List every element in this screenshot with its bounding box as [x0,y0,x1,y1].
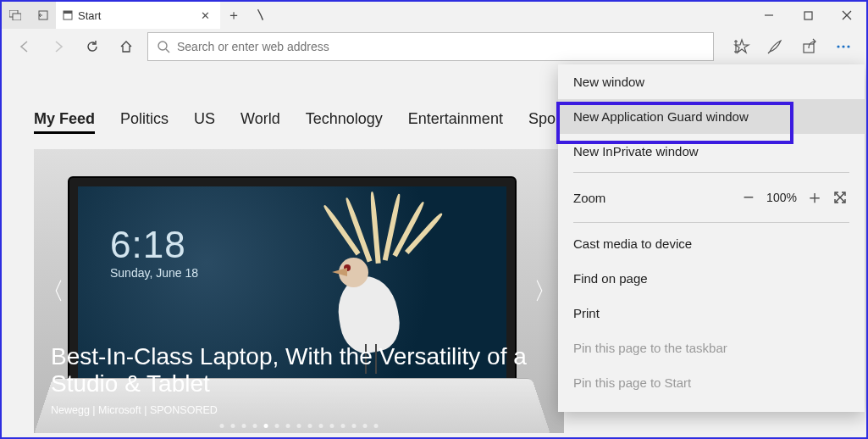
hero-dot[interactable] [264,424,268,428]
new-tab-button[interactable]: ＋ [220,2,247,29]
hero-dot[interactable] [275,424,279,428]
fullscreen-icon[interactable] [827,185,853,210]
hero-card[interactable]: 6:18 Sunday, June 18 〈 〉 Best-In-Class L… [34,149,564,433]
more-button[interactable] [831,34,856,59]
toolbar-right [729,34,856,59]
browser-tab-active[interactable]: Start ✕ [56,2,220,29]
svg-point-16 [837,45,839,47]
hero-pagination-dots[interactable] [220,424,379,428]
tab-favicon-icon [63,10,73,20]
search-icon [157,40,170,53]
svg-line-14 [768,52,770,53]
share-icon[interactable] [797,34,822,59]
window-minimize-button[interactable] [749,2,788,29]
hero-dot[interactable] [231,424,235,428]
svg-point-17 [842,45,844,47]
titlebar-left: Start ✕ ＋ 〵 [2,2,274,29]
hero-dot[interactable] [352,424,357,428]
hero-caption: Best-In-Class Laptop, With the Versatili… [51,343,547,416]
svg-rect-1 [13,14,21,20]
svg-rect-4 [64,11,72,14]
zoom-out-button[interactable]: − [736,185,761,210]
menu-cast[interactable]: Cast media to device [558,226,865,261]
svg-point-18 [847,45,849,47]
more-menu: New window New Application Guard window … [558,64,865,412]
hero-attribution: Newegg | Microsoft | SPONSORED [51,404,547,416]
hero-clock: 6:18 Sunday, June 18 [110,224,198,280]
hero-dot[interactable] [242,424,246,428]
window-close-button[interactable] [827,2,866,29]
hero-prev-icon[interactable]: 〈 [37,275,68,308]
home-button[interactable] [113,34,139,59]
feed-tab-world[interactable]: World [240,110,280,134]
hero-dot[interactable] [308,424,312,428]
titlebar-drag-region [274,2,749,29]
task-view-icon[interactable] [2,2,29,29]
menu-new-inprivate-window[interactable]: New InPrivate window [558,134,865,169]
menu-print[interactable]: Print [558,296,865,331]
hero-dot[interactable] [220,424,224,428]
hero-dot[interactable] [297,424,301,428]
tab-actions-icon[interactable]: 〵 [247,2,274,29]
menu-pin-taskbar: Pin this page to the taskbar [558,331,865,365]
address-input-container[interactable] [147,32,714,61]
svg-point-9 [158,42,167,50]
menu-separator [573,172,849,173]
feed-tab-politics[interactable]: Politics [120,110,169,134]
menu-pin-start: Pin this page to Start [558,365,865,400]
address-bar [2,29,866,64]
menu-zoom-row: Zoom − 100% ＋ [558,176,865,219]
feed-tab-myfeed[interactable]: My Feed [34,110,95,134]
hero-clock-time: 6:18 [110,224,198,266]
back-button[interactable] [12,34,37,59]
feed-tab-technology[interactable]: Technology [306,110,383,134]
hero-dot[interactable] [341,424,346,428]
set-aside-tabs-icon[interactable] [29,2,56,29]
feed-tab-entertainment[interactable]: Entertainment [408,110,503,134]
menu-new-application-guard-window[interactable]: New Application Guard window [558,99,865,134]
window-titlebar: Start ✕ ＋ 〵 [2,2,866,29]
zoom-value: 100% [761,191,802,204]
feed-tab-us[interactable]: US [194,110,215,134]
address-input[interactable] [177,40,705,53]
zoom-in-button[interactable]: ＋ [802,185,827,210]
svg-rect-6 [804,12,812,19]
hero-next-icon[interactable]: 〉 [530,275,561,308]
tab-close-icon[interactable]: ✕ [199,9,212,22]
hero-dot[interactable] [319,424,323,428]
tab-title: Start [78,9,194,22]
window-maximize-button[interactable] [788,2,827,29]
hero-dot[interactable] [374,424,379,428]
hero-title: Best-In-Class Laptop, With the Versatili… [51,343,547,397]
favorites-icon[interactable] [729,34,755,59]
hero-dot[interactable] [286,424,290,428]
hero-dot[interactable] [330,424,334,428]
menu-separator [573,222,849,223]
menu-zoom-label: Zoom [573,191,736,205]
refresh-button[interactable] [80,34,105,59]
svg-line-10 [166,49,169,53]
hero-dot[interactable] [363,424,368,428]
forward-button[interactable] [46,34,71,59]
notes-icon[interactable] [763,34,788,59]
menu-find[interactable]: Find on page [558,261,865,296]
hero-dot[interactable] [253,424,257,428]
hero-clock-date: Sunday, June 18 [110,266,198,280]
menu-new-window[interactable]: New window [558,64,865,99]
